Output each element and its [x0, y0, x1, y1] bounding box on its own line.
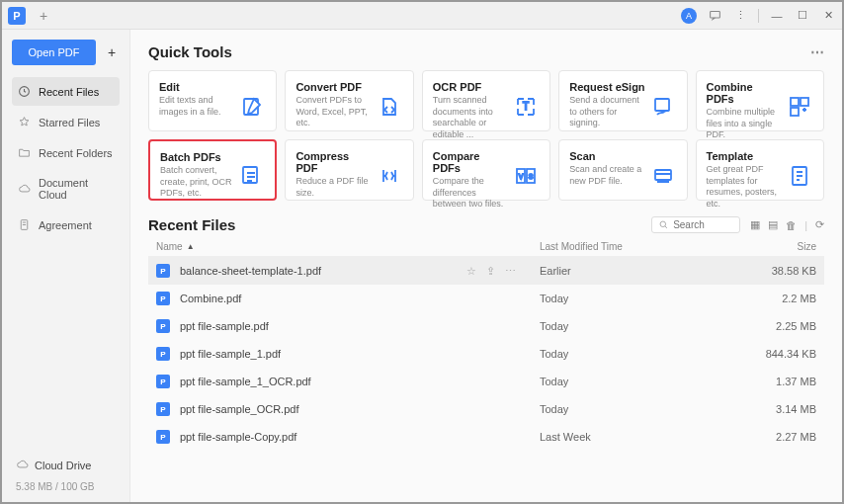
file-modified-label: Today	[540, 293, 757, 304]
sidebar-item-document-cloud[interactable]: Document Cloud	[12, 169, 120, 209]
search-input[interactable]	[673, 219, 732, 230]
svg-point-16	[660, 221, 666, 227]
file-size-label: 2.27 MB	[757, 431, 816, 443]
card-compress-pdf[interactable]: Compress PDFReduce a PDF file size.	[285, 139, 413, 201]
titlebar: P + A ⋮ — ☐ ✕	[2, 2, 842, 30]
card-title: Scan	[569, 150, 644, 162]
file-row[interactable]: PCombine.pdfToday2.2 MB	[148, 285, 824, 312]
sidebar-item-agreement[interactable]: Agreement	[12, 210, 120, 239]
file-row[interactable]: Pppt file-sample.pdfToday2.25 MB	[148, 312, 824, 340]
sidebar-item-recent-files[interactable]: Recent Files	[12, 77, 120, 106]
sidebar: Open PDF + Recent Files Starred Files Re…	[2, 30, 130, 502]
file-modified-label: Today	[540, 403, 757, 415]
pdf-file-icon: P	[156, 430, 170, 444]
folder-icon	[18, 146, 31, 159]
convert-pdf-icon	[378, 95, 403, 121]
card-desc: Convert PDFs to Word, Excel, PPT, etc.	[295, 95, 371, 129]
file-row[interactable]: Pbalance-sheet-template-1.pdf☆⇪⋯Earlier3…	[148, 257, 824, 285]
file-name-label: balance-sheet-template-1.pdf	[180, 265, 466, 277]
kebab-menu-icon[interactable]: ⋮	[732, 8, 748, 24]
card-title: Compress PDF	[295, 150, 371, 174]
share-action-icon[interactable]: ⇪	[486, 265, 495, 278]
card-title: OCR PDF	[433, 81, 508, 93]
sidebar-item-label: Recent Folders	[39, 147, 113, 159]
new-tab-button[interactable]: +	[36, 8, 51, 24]
card-title: Compare PDFs	[433, 150, 508, 174]
file-name-label: ppt file-sample-Copy.pdf	[180, 431, 466, 443]
svg-rect-0	[710, 11, 719, 18]
star-action-icon[interactable]: ☆	[466, 265, 476, 278]
file-size-label: 2.2 MB	[757, 293, 816, 304]
delete-icon[interactable]: 🗑	[786, 219, 797, 231]
card-desc: Reduce a PDF file size.	[295, 176, 371, 199]
content-area: Quick Tools ⋯ EditEdit texts and images …	[130, 30, 842, 502]
sidebar-item-starred-files[interactable]: Starred Files	[12, 108, 120, 136]
app-logo-icon: P	[8, 7, 26, 25]
file-modified-label: Today	[540, 376, 757, 387]
compare-pdfs-icon: VS	[514, 164, 540, 190]
list-view-icon[interactable]: ▤	[768, 218, 778, 231]
col-size[interactable]: Size	[757, 241, 816, 252]
col-modified[interactable]: Last Modified Time	[540, 241, 757, 252]
file-name-label: Combine.pdf	[180, 293, 466, 304]
card-combine-pdfs[interactable]: Combine PDFsCombine multiple files into …	[696, 70, 824, 131]
storage-usage-label: 5.38 MB / 100 GB	[12, 477, 120, 492]
compress-pdf-icon	[378, 164, 403, 190]
card-template[interactable]: TemplateGet great PDF templates for resu…	[696, 139, 824, 201]
pdf-file-icon: P	[156, 375, 170, 388]
card-convert-pdf[interactable]: Convert PDFConvert PDFs to Word, Excel, …	[285, 70, 413, 131]
card-batch-pdfs[interactable]: Batch PDFsBatch convert, create, print, …	[148, 139, 277, 201]
pdf-file-icon: P	[156, 319, 170, 333]
cloud-drive-label[interactable]: Cloud Drive	[12, 453, 120, 477]
col-name[interactable]: Name ▲	[156, 241, 540, 252]
card-title: Batch PDFs	[160, 151, 233, 163]
card-title: Request eSign	[569, 81, 644, 93]
minimize-icon[interactable]: —	[769, 8, 785, 24]
card-desc: Get great PDF templates for resumes, pos…	[707, 164, 782, 210]
file-row[interactable]: Pppt file-sample-Copy.pdfLast Week2.27 M…	[148, 423, 824, 451]
maximize-icon[interactable]: ☐	[795, 8, 810, 24]
file-name-label: ppt file-sample.pdf	[180, 320, 466, 332]
sidebar-item-label: Agreement	[39, 219, 92, 231]
search-icon	[658, 219, 669, 230]
close-icon[interactable]: ✕	[820, 8, 836, 24]
more-action-icon[interactable]: ⋯	[505, 265, 516, 278]
file-modified-label: Earlier	[540, 265, 757, 277]
card-scan[interactable]: ScanScan and create a new PDF file.	[558, 139, 687, 201]
svg-rect-8	[791, 108, 799, 116]
sidebar-item-label: Recent Files	[39, 86, 99, 98]
sort-asc-icon: ▲	[187, 242, 195, 251]
file-size-label: 38.58 KB	[757, 265, 816, 277]
card-ocr-pdf[interactable]: OCR PDFTurn scanned documents into searc…	[422, 70, 550, 131]
pdf-file-icon: P	[156, 264, 170, 278]
file-size-label: 1.37 MB	[757, 376, 816, 387]
svg-rect-6	[791, 98, 799, 106]
user-avatar-icon[interactable]: A	[681, 8, 697, 24]
file-name-label: ppt file-sample_1_OCR.pdf	[180, 376, 466, 387]
open-pdf-button[interactable]: Open PDF	[12, 40, 96, 65]
file-name-label: ppt file-sample_OCR.pdf	[180, 403, 466, 415]
card-edit[interactable]: EditEdit texts and images in a file.	[148, 70, 277, 131]
card-title: Convert PDF	[295, 81, 371, 93]
file-row[interactable]: Pppt file-sample_1.pdfToday844.34 KB	[148, 340, 824, 368]
search-box[interactable]	[651, 216, 740, 233]
pdf-file-icon: P	[156, 292, 170, 305]
file-row[interactable]: Pppt file-sample_OCR.pdfToday3.14 MB	[148, 395, 824, 423]
svg-text:S: S	[529, 173, 534, 180]
add-button[interactable]: +	[104, 44, 120, 60]
edit-icon	[240, 95, 266, 121]
card-compare-pdfs[interactable]: Compare PDFsCompare the differences betw…	[422, 139, 550, 201]
card-desc: Combine multiple files into a single PDF…	[707, 107, 782, 141]
file-size-label: 3.14 MB	[757, 403, 816, 415]
refresh-icon[interactable]: ⟳	[815, 218, 824, 231]
card-request-esign[interactable]: Request eSignSend a document to others f…	[558, 70, 687, 131]
quick-tools-more-icon[interactable]: ⋯	[810, 44, 824, 60]
chat-icon[interactable]	[707, 8, 722, 24]
card-title: Combine PDFs	[707, 81, 782, 105]
sidebar-item-recent-folders[interactable]: Recent Folders	[12, 138, 120, 167]
combine-pdfs-icon	[788, 95, 813, 121]
grid-view-icon[interactable]: ▦	[750, 218, 760, 231]
file-row[interactable]: Pppt file-sample_1_OCR.pdfToday1.37 MB	[148, 368, 824, 395]
cloud-icon	[18, 183, 31, 196]
svg-rect-14	[655, 170, 671, 180]
